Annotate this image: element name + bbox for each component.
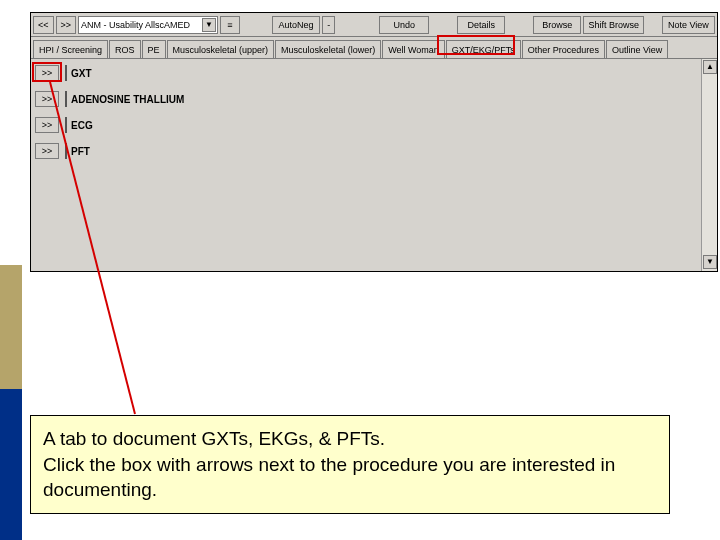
callout-line2: Click the box with arrows next to the pr…	[43, 454, 615, 501]
content-area: >> GXT >> ADENOSINE THALLIUM >> ECG >> P…	[31, 59, 717, 271]
details-button[interactable]: Details	[457, 16, 505, 34]
tab-ros[interactable]: ROS	[109, 40, 141, 58]
expand-button-pft[interactable]: >>	[35, 143, 59, 159]
autoneg-button[interactable]: AutoNeg	[272, 16, 320, 34]
expand-button-ecg[interactable]: >>	[35, 117, 59, 133]
template-selector[interactable]: ANM - Usability AllscAMED ▼	[78, 16, 218, 34]
procedure-row-gxt: >> GXT	[35, 65, 713, 81]
procedure-label: PFT	[65, 143, 90, 159]
template-selector-value: ANM - Usability AllscAMED	[81, 20, 190, 30]
expand-button-gxt[interactable]: >>	[35, 65, 59, 81]
procedure-label: GXT	[65, 65, 92, 81]
tab-outline-view[interactable]: Outline View	[606, 40, 668, 58]
app-screenshot: << >> ANM - Usability AllscAMED ▼ ≡ Auto…	[30, 12, 718, 272]
procedure-row-adenosine: >> ADENOSINE THALLIUM	[35, 91, 713, 107]
vertical-scrollbar[interactable]: ▲ ▼	[701, 59, 717, 271]
decorative-stripe	[0, 265, 22, 540]
undo-button[interactable]: Undo	[379, 16, 429, 34]
tab-musculoskeletal-upper[interactable]: Musculoskeletal (upper)	[167, 40, 275, 58]
scroll-down-icon[interactable]: ▼	[703, 255, 717, 269]
tab-musculoskeletal-lower[interactable]: Musculoskeletal (lower)	[275, 40, 381, 58]
tabs-row: HPI / Screening ROS PE Musculoskeletal (…	[31, 37, 717, 59]
shift-browse-button[interactable]: Shift Browse	[583, 16, 644, 34]
nav-back-button[interactable]: <<	[33, 16, 54, 34]
autoneg-dropdown[interactable]: -	[322, 16, 335, 34]
expand-button-adenosine[interactable]: >>	[35, 91, 59, 107]
procedure-label: ECG	[65, 117, 93, 133]
browse-button[interactable]: Browse	[533, 16, 581, 34]
procedure-row-ecg: >> ECG	[35, 117, 713, 133]
slide-container: << >> ANM - Usability AllscAMED ▼ ≡ Auto…	[0, 0, 720, 540]
callout-line1: A tab to document GXTs, EKGs, & PFTs.	[43, 428, 385, 449]
note-view-button[interactable]: Note View	[662, 16, 715, 34]
scroll-up-icon[interactable]: ▲	[703, 60, 717, 74]
tab-well-woman[interactable]: Well Woman	[382, 40, 445, 58]
chevron-down-icon: ▼	[202, 18, 216, 32]
instruction-callout: A tab to document GXTs, EKGs, & PFTs. Cl…	[30, 415, 670, 514]
procedure-label: ADENOSINE THALLIUM	[65, 91, 184, 107]
tab-other-procedures[interactable]: Other Procedures	[522, 40, 605, 58]
nav-forward-button[interactable]: >>	[56, 16, 77, 34]
toolbar: << >> ANM - Usability AllscAMED ▼ ≡ Auto…	[31, 13, 717, 37]
tab-hpi-screening[interactable]: HPI / Screening	[33, 40, 108, 58]
tab-gxt-ekg-pfts[interactable]: GXT/EKG/PFTs	[446, 40, 521, 58]
tab-pe[interactable]: PE	[142, 40, 166, 58]
procedure-row-pft: >> PFT	[35, 143, 713, 159]
separator-button[interactable]: ≡	[220, 16, 240, 34]
